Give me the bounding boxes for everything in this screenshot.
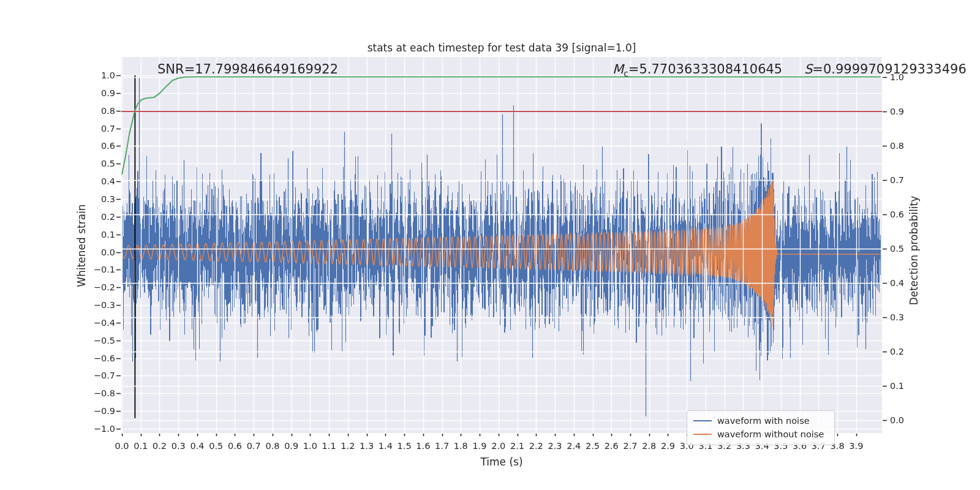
left-tick-label: −0.2 [82, 282, 115, 293]
left-tick-label: −0.8 [82, 388, 115, 399]
figure: stats at each timestep for test data 39 … [0, 0, 980, 490]
legend-row-without-noise: waveform without noise [693, 428, 828, 441]
left-tick-label: 0.3 [82, 194, 115, 205]
legend-row-with-noise: waveform with noise [693, 414, 828, 428]
significance-annotation: S=0.9999709129333496 [804, 62, 967, 77]
chirp-mass-value: =5.7703633308410645 [628, 62, 782, 77]
x-axis-label: Time (s) [440, 456, 563, 468]
left-tick-label: 0.8 [82, 105, 115, 116]
right-tick-label: 0.9 [890, 106, 914, 117]
legend-label-with-noise: waveform with noise [717, 416, 810, 426]
left-tick-label: −0.3 [82, 300, 115, 311]
right-tick-label: 1.0 [890, 72, 914, 83]
left-tick-label: −0.1 [82, 264, 115, 275]
right-tick-label: 0.0 [890, 415, 914, 426]
right-tick-label: 0.4 [890, 277, 914, 288]
left-tick-label: 0.6 [82, 140, 115, 151]
chirp-mass-symbol: M [612, 62, 624, 77]
right-tick-label: 0.8 [890, 140, 914, 151]
left-tick-label: 0.9 [82, 88, 115, 99]
x-tick-label: 3.9 [844, 440, 869, 451]
left-tick-label: −0.5 [82, 335, 115, 346]
left-tick-label: −1.0 [82, 423, 115, 434]
legend-label-without-noise: waveform without noise [717, 429, 824, 439]
left-tick-label: 1.0 [82, 70, 115, 81]
snr-annotation: SNR=17.799846649169922 [157, 62, 338, 77]
chart-title: stats at each timestep for test data 39 … [318, 42, 685, 54]
chirp-mass-annotation: Mc=5.7703633308410645 [612, 62, 782, 78]
significance-symbol: S [804, 62, 812, 77]
legend-swatch-blue-line [693, 420, 712, 421]
left-tick-label: 0.1 [82, 229, 115, 240]
chart-legend: waveform with noise waveform without noi… [687, 410, 835, 445]
left-tick-label: −0.4 [82, 317, 115, 328]
left-tick-label: −0.7 [82, 370, 115, 381]
left-tick-label: 0.5 [82, 158, 115, 169]
chirp-mass-subscript: c [624, 69, 628, 78]
left-tick-label: 0.0 [82, 247, 115, 258]
right-tick-label: 0.1 [890, 380, 914, 391]
right-tick-label: 0.6 [890, 209, 914, 220]
right-tick-label: 0.3 [890, 312, 914, 323]
left-tick-label: −0.9 [82, 405, 115, 417]
left-tick-label: 0.4 [82, 176, 115, 187]
left-tick-label: 0.7 [82, 123, 115, 134]
right-tick-label: 0.7 [890, 175, 914, 186]
left-tick-label: −0.6 [82, 353, 115, 364]
left-tick-label: 0.2 [82, 211, 115, 222]
right-tick-label: 0.2 [890, 346, 914, 357]
right-tick-label: 0.5 [890, 243, 914, 254]
legend-swatch-orange-line [693, 434, 712, 435]
